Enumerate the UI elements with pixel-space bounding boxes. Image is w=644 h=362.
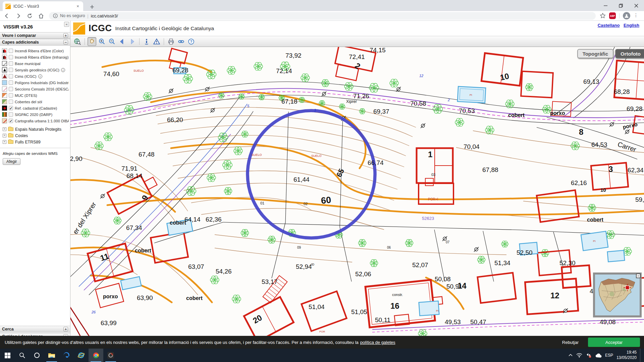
section-header[interactable]: Veure i comparar + (0, 32, 70, 39)
zoom-out-button[interactable] (108, 37, 116, 46)
section-toggle-button[interactable]: − (63, 40, 68, 45)
cookie-policy-link[interactable]: política de galetes (360, 340, 395, 345)
layer-row[interactable]: Polígons Industrials (DG Indústria) (0, 79, 70, 86)
zoom-extent-button[interactable] (73, 37, 82, 46)
cookie-message: Utilitzem galetes per distingir-vos d'al… (5, 340, 359, 345)
section-toggle-button[interactable]: + (63, 327, 68, 331)
onedrive-cloud-icon[interactable] (595, 353, 602, 358)
folder-expand-icon[interactable]: + (3, 134, 6, 137)
topographic-style-button[interactable]: Topogràfic (577, 49, 613, 58)
layer-row[interactable]: ✓ Ref. cadastral (Cadastre) (0, 105, 70, 111)
info-icon[interactable] (53, 13, 58, 18)
tray-expand-icon[interactable] (568, 354, 573, 357)
cookie-accept-button[interactable]: Acceptar (588, 338, 640, 347)
window-minimize-button[interactable] (598, 0, 613, 11)
keyboard-language[interactable]: ESP (605, 353, 613, 358)
layer-checkbox[interactable]: ✓ (9, 106, 13, 110)
edge-icon[interactable] (59, 349, 74, 362)
folder-expand-icon[interactable]: + (3, 140, 6, 144)
show-desktop-button[interactable] (640, 349, 641, 362)
zoom-in-button[interactable] (98, 37, 106, 46)
share-link-button[interactable] (177, 37, 185, 46)
folder-expand-icon[interactable]: + (3, 127, 6, 131)
layer-row[interactable]: SIGPAC 2020 (DARP) (0, 111, 70, 118)
new-tab-button[interactable] (88, 3, 96, 11)
layer-checkbox[interactable] (9, 93, 13, 98)
previous-view-button[interactable] (118, 37, 126, 46)
forward-button[interactable] (13, 12, 23, 20)
layer-row[interactable]: Cobertes del sòl (0, 99, 70, 105)
adblock-extension-icon[interactable]: ABP (609, 12, 616, 19)
layer-checkbox[interactable] (9, 74, 13, 78)
layer-row[interactable]: Seccions Censals 2016 (IDESCAT i ICGC) (0, 86, 70, 92)
sync-error-icon[interactable] (586, 353, 592, 358)
svg-text:Carrer: Carrer (617, 140, 637, 154)
orthophoto-style-button[interactable]: Ortofoto (615, 49, 644, 58)
url-bar[interactable]: No es seguro | icc.cat/vissir3/ (49, 12, 596, 20)
layer-checkbox[interactable] (9, 49, 13, 53)
back-button[interactable] (2, 12, 11, 20)
layer-row[interactable]: ✓ Cartografia urbana 1:1.000 DIBA (0, 118, 70, 124)
start-button[interactable] (0, 349, 15, 362)
warning-button[interactable] (152, 37, 161, 46)
reload-button[interactable] (25, 12, 34, 20)
layer-checkbox[interactable] (9, 61, 13, 66)
lang-english-link[interactable]: English (624, 23, 639, 28)
map-viewport[interactable]: 74,1573,9272,4172,1474,6069,2871,2667,18… (70, 47, 644, 349)
layer-info-icon[interactable]: i (38, 74, 42, 78)
li-cobertes-legend-icon (2, 99, 7, 104)
sidebar-collapse-button[interactable]: « (64, 22, 69, 27)
print-button[interactable] (167, 37, 175, 46)
svg-text:3: 3 (608, 165, 613, 174)
lang-castellano-link[interactable]: Castellano (598, 23, 620, 28)
feature-info-button[interactable] (142, 37, 151, 46)
section-header[interactable]: Cerca + (0, 326, 70, 333)
layer-checkbox[interactable]: ✓ (9, 119, 13, 123)
layer-row[interactable]: MUC (DTES) (0, 92, 70, 99)
chrome-icon[interactable] (89, 349, 103, 362)
window-close-button[interactable] (629, 0, 644, 11)
layer-row[interactable]: Cims (ICGC) i (0, 73, 70, 79)
cookie-reject-button[interactable]: Rebutjar (562, 340, 579, 345)
section-toggle-button[interactable]: + (63, 33, 68, 38)
overview-minimap[interactable]: − (593, 273, 642, 317)
internet-explorer-icon[interactable] (74, 349, 89, 362)
wifi-icon[interactable] (576, 353, 582, 358)
layer-checkbox[interactable] (9, 68, 13, 72)
file-explorer-icon[interactable] (44, 349, 59, 362)
taskbar-clock[interactable]: 19:45 13/05/2020 (616, 350, 637, 360)
layer-checkbox[interactable] (9, 80, 13, 85)
pan-hand-button[interactable] (88, 37, 96, 46)
folder-row[interactable]: + Fulls ETRS89 (1, 139, 70, 145)
layer-row[interactable]: Base municipal (0, 60, 70, 67)
home-button[interactable] (36, 12, 46, 20)
profile-avatar[interactable] (623, 12, 630, 19)
search-icon[interactable] (15, 349, 30, 362)
cortana-icon[interactable] (30, 349, 44, 362)
layer-row[interactable]: Incendi Ribera d'Ebre (Infraroig) (0, 54, 70, 60)
folder-row[interactable]: + Costes (1, 132, 70, 139)
layer-checkbox[interactable] (9, 87, 13, 91)
layer-label: Cartografia urbana 1:1.000 DIBA (15, 119, 69, 123)
layer-row[interactable]: Incendi Ribera d'Ebre (Color) (0, 48, 70, 54)
layer-checkbox[interactable] (9, 55, 13, 59)
browser-tab[interactable]: ICGC - Vissir3 × (3, 1, 83, 11)
window-restore-button[interactable] (613, 0, 629, 11)
minimap-minimize-button[interactable]: − (636, 274, 641, 278)
layer-info-icon[interactable]: i (61, 68, 65, 72)
svg-text:2: 2 (447, 98, 450, 102)
bookmark-star-icon[interactable] (600, 13, 606, 19)
folder-row[interactable]: + Espais Naturals Protegits (1, 126, 70, 132)
media-app-icon[interactable] (103, 349, 118, 362)
help-button[interactable]: ? (187, 37, 196, 46)
browser-menu-icon[interactable]: ⋮ (634, 14, 638, 17)
li-muc-legend-icon (2, 93, 7, 98)
layer-checkbox[interactable] (9, 100, 13, 104)
tab-close-icon[interactable]: × (75, 4, 80, 9)
next-view-button[interactable] (128, 37, 137, 46)
add-wms-button[interactable]: Afegir (3, 158, 20, 165)
layer-row[interactable]: Senyals geodèsics (ICGC) i (0, 67, 70, 73)
map-canvas[interactable]: 74,1573,9272,4172,1474,6069,2871,2667,18… (70, 47, 644, 349)
layer-checkbox[interactable] (9, 112, 13, 117)
section-header[interactable]: Capes addicionals − (0, 39, 70, 46)
